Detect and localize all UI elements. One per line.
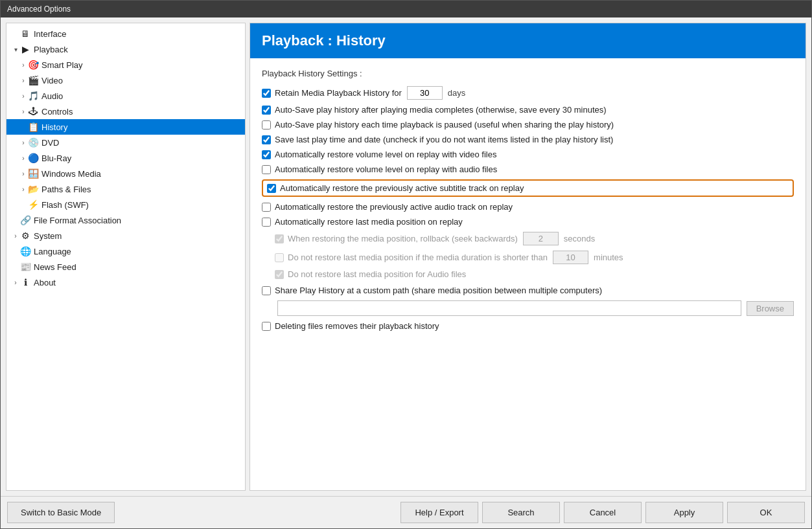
- sidebar-icon-playback: ▶: [19, 43, 31, 55]
- browse-row: Browse: [262, 300, 794, 316]
- apply-button[interactable]: Apply: [645, 502, 723, 523]
- restore-audio-track-checkbox[interactable]: [262, 203, 271, 212]
- sidebar-item-video[interactable]: ›🎬Video: [6, 73, 245, 88]
- sidebar-label-about: About: [34, 278, 56, 287]
- sidebar-icon-controls: 🕹: [27, 106, 39, 117]
- sidebar-label-audio: Audio: [41, 91, 63, 101]
- ok-button[interactable]: OK: [727, 502, 805, 523]
- sidebar-icon-news-feed: 📰: [19, 261, 31, 273]
- switch-mode-button[interactable]: Switch to Basic Mode: [7, 502, 115, 523]
- share-history-label[interactable]: Share Play History at a custom path (sha…: [262, 286, 602, 295]
- auto-save-pause-checkbox[interactable]: [262, 120, 271, 129]
- sidebar-label-windows-media: Windows Media: [41, 169, 101, 179]
- sidebar-label-playback: Playback: [34, 45, 68, 54]
- retain-history-checkbox[interactable]: [262, 89, 271, 98]
- option-restore-volume-video: Automatically restore volume level on re…: [262, 150, 794, 159]
- sidebar-icon-about: ℹ: [19, 276, 31, 288]
- sidebar-item-blu-ray[interactable]: ›🔵Blu-Ray: [6, 150, 245, 166]
- panel-title: Playback : History: [262, 32, 794, 49]
- sidebar-label-system: System: [34, 231, 62, 241]
- sidebar-label-flash-swf: Flash (SWF): [41, 200, 89, 210]
- sidebar-item-paths-files[interactable]: ›📂Paths & Files: [6, 181, 245, 197]
- sidebar-item-history[interactable]: ›📋History: [6, 119, 245, 135]
- sidebar-item-news-feed[interactable]: ›📰News Feed: [6, 259, 245, 275]
- restore-position-label[interactable]: Automatically restore last media positio…: [262, 217, 463, 227]
- panel-header: Playback : History: [250, 23, 806, 58]
- retain-days-input[interactable]: [407, 86, 443, 100]
- sidebar-item-system[interactable]: ›⚙System: [6, 228, 245, 243]
- sidebar-item-about[interactable]: ›ℹAbout: [6, 275, 245, 290]
- sidebar-icon-flash-swf: ⚡: [27, 199, 39, 210]
- save-last-play-label[interactable]: Save last play time and date (uncheck if…: [262, 135, 613, 144]
- sidebar: ›🖥Interface▾▶Playback›🎯Smart Play›🎬Video…: [6, 23, 246, 491]
- sidebar-item-language[interactable]: ›🌐Language: [6, 243, 245, 259]
- auto-save-complete-checkbox[interactable]: [262, 106, 271, 115]
- section-label: Playback History Settings :: [262, 69, 794, 78]
- share-history-checkbox[interactable]: [262, 286, 271, 295]
- sidebar-icon-paths-files: 📂: [27, 183, 39, 195]
- restore-volume-audio-checkbox[interactable]: [262, 165, 271, 174]
- rollback-label: When restoring the media position, rollb…: [275, 234, 518, 243]
- sidebar-icon-smart-play: 🎯: [27, 59, 39, 71]
- delete-removes-label[interactable]: Deleting files removes their playback hi…: [262, 321, 439, 331]
- no-restore-audio-label: Do not restore last media position for A…: [275, 269, 466, 279]
- restore-volume-audio-label[interactable]: Automatically restore volume level on re…: [262, 164, 497, 174]
- help-export-button[interactable]: Help / Export: [400, 502, 478, 523]
- save-last-play-checkbox[interactable]: [262, 135, 271, 144]
- auto-save-pause-label[interactable]: Auto-Save play history each time playbac…: [262, 120, 614, 129]
- sidebar-item-flash-swf[interactable]: ›⚡Flash (SWF): [6, 197, 245, 212]
- sidebar-label-smart-play: Smart Play: [41, 60, 83, 70]
- option-auto-save-pause: Auto-Save play history each time playbac…: [262, 120, 794, 129]
- sidebar-item-file-format[interactable]: ›🔗File Format Association: [6, 212, 245, 228]
- sidebar-item-controls[interactable]: ›🕹Controls: [6, 104, 245, 119]
- sidebar-label-news-feed: News Feed: [34, 262, 76, 272]
- sidebar-icon-language: 🌐: [19, 245, 31, 257]
- restore-volume-video-checkbox[interactable]: [262, 150, 271, 159]
- restore-subtitle-checkbox[interactable]: [267, 184, 276, 193]
- sidebar-label-blu-ray: Blu-Ray: [41, 153, 71, 163]
- option-save-last-play: Save last play time and date (uncheck if…: [262, 135, 794, 144]
- sub-option-shorter-than: Do not restore last media position if th…: [275, 251, 794, 264]
- restore-position-checkbox[interactable]: [262, 218, 271, 227]
- no-restore-audio-checkbox: [275, 270, 284, 279]
- rollback-checkbox: [275, 234, 284, 243]
- auto-save-complete-label[interactable]: Auto-Save play history after playing med…: [262, 105, 607, 115]
- sidebar-icon-video: 🎬: [27, 74, 39, 86]
- panel-body: Playback History Settings : Retain Media…: [250, 58, 806, 490]
- browse-button[interactable]: Browse: [747, 301, 794, 316]
- window-title: Advanced Options: [7, 5, 71, 14]
- sidebar-label-paths-files: Paths & Files: [41, 185, 91, 194]
- option-retain-history: Retain Media Playback History for days: [262, 86, 794, 100]
- restore-subtitle-label[interactable]: Automatically restore the previously act…: [267, 183, 524, 193]
- option-restore-position: Automatically restore last media positio…: [262, 217, 794, 227]
- sidebar-label-file-format: File Format Association: [34, 216, 121, 225]
- sidebar-icon-system: ⚙: [19, 230, 31, 242]
- restore-volume-video-label[interactable]: Automatically restore volume level on re…: [262, 150, 497, 159]
- sidebar-icon-history: 📋: [27, 121, 39, 133]
- browse-path-input[interactable]: [277, 300, 741, 316]
- sub-option-rollback: When restoring the media position, rollb…: [275, 232, 794, 245]
- sub-options: When restoring the media position, rollb…: [275, 232, 794, 279]
- app-window: Advanced Options ›🖥Interface▾▶Playback›🎯…: [0, 0, 812, 529]
- option-delete-removes: Deleting files removes their playback hi…: [262, 321, 794, 331]
- option-restore-volume-audio: Automatically restore volume level on re…: [262, 164, 794, 174]
- sidebar-label-interface: Interface: [34, 29, 67, 39]
- main-panel: Playback : History Playback History Sett…: [249, 23, 806, 491]
- retain-history-label[interactable]: Retain Media Playback History for: [262, 88, 402, 98]
- sub-option-no-restore-audio: Do not restore last media position for A…: [275, 269, 794, 279]
- title-bar: Advanced Options: [1, 1, 811, 17]
- sidebar-item-interface[interactable]: ›🖥Interface: [6, 26, 245, 41]
- sidebar-item-audio[interactable]: ›🎵Audio: [6, 88, 245, 104]
- sidebar-item-smart-play[interactable]: ›🎯Smart Play: [6, 57, 245, 73]
- cancel-button[interactable]: Cancel: [564, 502, 642, 523]
- sidebar-item-dvd[interactable]: ›💿DVD: [6, 135, 245, 150]
- sidebar-icon-blu-ray: 🔵: [27, 152, 39, 164]
- search-button[interactable]: Search: [482, 502, 560, 523]
- sidebar-item-windows-media[interactable]: ›🪟Windows Media: [6, 166, 245, 181]
- rollback-input: [523, 232, 559, 245]
- option-auto-save-complete: Auto-Save play history after playing med…: [262, 105, 794, 115]
- delete-removes-checkbox[interactable]: [262, 322, 271, 331]
- sidebar-icon-interface: 🖥: [19, 28, 31, 39]
- sidebar-item-playback[interactable]: ▾▶Playback: [6, 41, 245, 57]
- restore-audio-track-label[interactable]: Automatically restore the previously act…: [262, 202, 513, 212]
